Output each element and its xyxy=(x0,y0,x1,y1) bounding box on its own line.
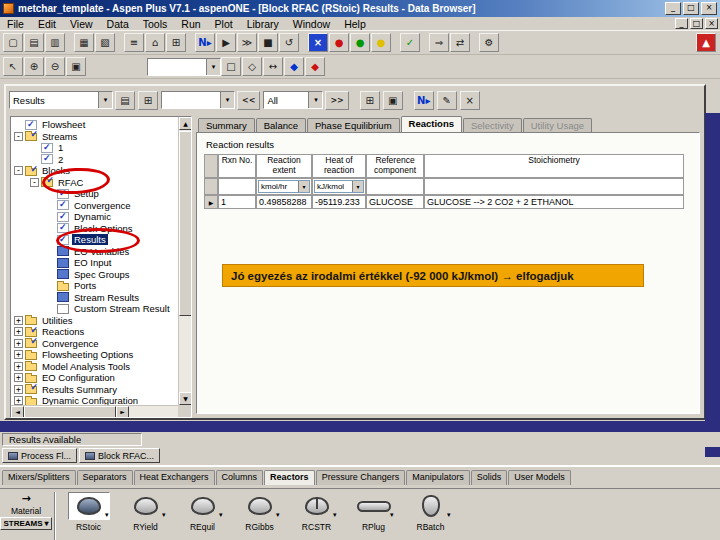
status-red-icon[interactable]: ● xyxy=(329,33,349,52)
edit-button[interactable]: ✎ xyxy=(437,91,457,110)
library-tab-separators[interactable]: Separators xyxy=(77,470,133,485)
settings-button[interactable]: ⚙ xyxy=(479,33,499,52)
tree-item-results-summary[interactable]: + Results Summary xyxy=(12,384,178,396)
model-rplug-button[interactable]: ▾ RPlug xyxy=(345,492,402,532)
child-minimize-button[interactable]: _ xyxy=(675,18,688,29)
tree-toggle-icon[interactable]: + xyxy=(14,362,23,371)
library-tab-pressure-changers[interactable]: Pressure Changers xyxy=(316,470,406,485)
save-button[interactable]: ▥ xyxy=(45,33,65,52)
control-panel-button[interactable]: × xyxy=(308,33,328,52)
column-header-heat[interactable]: Heat of reaction xyxy=(312,154,366,178)
tree-item-eo-input[interactable]: EO Input xyxy=(12,257,178,269)
check-results-button[interactable]: ✓ xyxy=(400,33,420,52)
tree-item-spec-groups[interactable]: Spec Groups xyxy=(12,269,178,281)
model-ryield-button[interactable]: ▾ RYield xyxy=(117,492,174,532)
select-pointer-button[interactable]: ↖ xyxy=(3,57,23,76)
model-dropdown-arrow-icon[interactable]: ▾ xyxy=(447,511,451,519)
menu-library[interactable]: Library xyxy=(240,17,286,31)
scroll-right-icon[interactable]: ► xyxy=(116,406,129,418)
zoom-in-button[interactable]: ⊕ xyxy=(24,57,44,76)
tab-selectivity[interactable]: Selectivity xyxy=(463,118,522,132)
tree-item-stream-results[interactable]: Stream Results xyxy=(12,292,178,304)
cell-heat[interactable]: -95119.233 xyxy=(312,195,366,209)
tree-item-model-analysis-tools[interactable]: + Model Analysis Tools xyxy=(12,361,178,373)
tree-vertical-scrollbar[interactable]: ▲ ▼ xyxy=(178,117,191,405)
model-requil-button[interactable]: ▾ REquil xyxy=(174,492,231,532)
data-browser-button[interactable]: ≡ xyxy=(124,33,144,52)
model-rgibbs-button[interactable]: ▾ RGibbs xyxy=(231,492,288,532)
tree-toggle-icon[interactable]: + xyxy=(14,350,23,359)
model-dropdown-arrow-icon[interactable]: ▾ xyxy=(333,511,337,519)
zoom-out-button[interactable]: ⊖ xyxy=(45,57,65,76)
tree-item-stream-1[interactable]: 1 xyxy=(12,142,178,154)
scroll-up-icon[interactable]: ▲ xyxy=(179,117,192,130)
tree-item-convergence-block[interactable]: Convergence xyxy=(12,200,178,212)
tab-summary[interactable]: Summary xyxy=(198,118,255,132)
tree-item-custom-stream-result[interactable]: Custom Stream Result xyxy=(12,303,178,315)
scroll-down-icon[interactable]: ▼ xyxy=(179,392,192,405)
plot-view-button[interactable]: ▣ xyxy=(383,91,403,110)
library-tab-solids[interactable]: Solids xyxy=(471,470,508,485)
model-rcstr-button[interactable]: ▾ RCSTR xyxy=(288,492,345,532)
tree-item-dynamic-configuration[interactable]: + Dynamic Configuration xyxy=(12,395,178,405)
column-header-rxn-no[interactable]: Rxn No. xyxy=(218,154,256,178)
tree-item-ports[interactable]: Ports xyxy=(12,280,178,292)
open-button[interactable]: ▤ xyxy=(24,33,44,52)
combo-arr ow-icon[interactable]: ▾ xyxy=(352,181,363,192)
section-red-button[interactable]: ◆ xyxy=(305,57,325,76)
reinitialize-button[interactable]: ↺ xyxy=(279,33,299,52)
tree-toggle-icon[interactable]: + xyxy=(14,373,23,382)
next-input-button[interactable]: N▸ xyxy=(195,33,215,52)
tree-view-button[interactable]: ⊞ xyxy=(138,91,158,110)
menu-help[interactable]: Help xyxy=(337,17,373,31)
model-dropdown-arrow-icon[interactable]: ▾ xyxy=(105,511,109,519)
cell-ref-component[interactable]: GLUCOSE xyxy=(366,195,424,209)
model-rbatch-button[interactable]: ▾ RBatch xyxy=(402,492,459,532)
library-tab-user-models[interactable]: User Models xyxy=(508,470,571,485)
next-input-button[interactable]: N▸ xyxy=(414,91,434,110)
close-button[interactable]: × xyxy=(701,2,717,15)
restore-button[interactable]: □ xyxy=(683,2,699,15)
print-preview-button[interactable]: ▧ xyxy=(95,33,115,52)
cell-stoichiometry[interactable]: GLUCOSE --> 2 CO2 + 2 ETHANOL xyxy=(424,195,684,209)
column-header-ref-component[interactable]: Reference component xyxy=(366,154,424,178)
scrollbar-thumb[interactable] xyxy=(24,406,116,418)
aspentech-logo[interactable]: ▲ xyxy=(696,33,716,52)
flowsheet-button[interactable]: ⌂ xyxy=(145,33,165,52)
tab-phase-equilibrium[interactable]: Phase Equilibrium xyxy=(307,118,400,132)
tree-toggle-icon[interactable]: + xyxy=(14,327,23,336)
model-dropdown-arrow-icon[interactable]: ▾ xyxy=(162,511,166,519)
form-filter-combo[interactable]: All ▾ xyxy=(263,91,323,109)
flowsheet-section-combo[interactable]: ▾ xyxy=(147,58,221,76)
combo-arrow-icon[interactable]: ▾ xyxy=(220,92,234,108)
tree-item-dynamic[interactable]: Dynamic xyxy=(12,211,178,223)
heat-units-combo[interactable]: kJ/kmol ▾ xyxy=(314,180,364,193)
menu-file[interactable]: File xyxy=(0,17,31,31)
minimize-button[interactable]: _ xyxy=(665,2,681,15)
combo-arrow-icon[interactable]: ▾ xyxy=(206,59,220,75)
tree-toggle-icon[interactable]: - xyxy=(14,166,23,175)
model-dropdown-arrow-icon[interactable]: ▾ xyxy=(219,511,223,519)
tree-toggle-icon[interactable]: + xyxy=(14,396,23,405)
model-dropdown-arrow-icon[interactable]: ▾ xyxy=(276,511,280,519)
menu-window[interactable]: Window xyxy=(286,17,337,31)
child-close-button[interactable]: × xyxy=(705,18,718,29)
zoom-fit-button[interactable]: ▣ xyxy=(66,57,86,76)
tree-toggle-icon[interactable]: + xyxy=(14,339,23,348)
column-header-extent[interactable]: Reaction extent xyxy=(256,154,312,178)
grid-button[interactable]: ⊞ xyxy=(166,33,186,52)
tab-reactions[interactable]: Reactions xyxy=(401,116,462,132)
tree-horizontal-scrollbar[interactable]: ◄ ► xyxy=(11,405,178,417)
tree-item-streams[interactable]: - Streams xyxy=(12,131,178,143)
combo-arrow-icon[interactable]: ▾ xyxy=(98,92,112,108)
menu-plot[interactable]: Plot xyxy=(208,17,240,31)
prev-form-button[interactable]: << xyxy=(237,91,260,110)
child-restore-button[interactable]: □ xyxy=(690,18,703,29)
model-rstoic-button[interactable]: ▾ RStoic xyxy=(60,492,117,532)
library-tab-reactors[interactable]: Reactors xyxy=(264,470,315,485)
export-button[interactable]: ⇒ xyxy=(429,33,449,52)
tree-toggle-icon[interactable]: - xyxy=(14,132,23,141)
dropdown-arrow-icon[interactable]: ▾ xyxy=(45,519,49,528)
tree-toggle-icon[interactable]: + xyxy=(14,316,23,325)
status-yellow-icon[interactable]: ● xyxy=(371,33,391,52)
